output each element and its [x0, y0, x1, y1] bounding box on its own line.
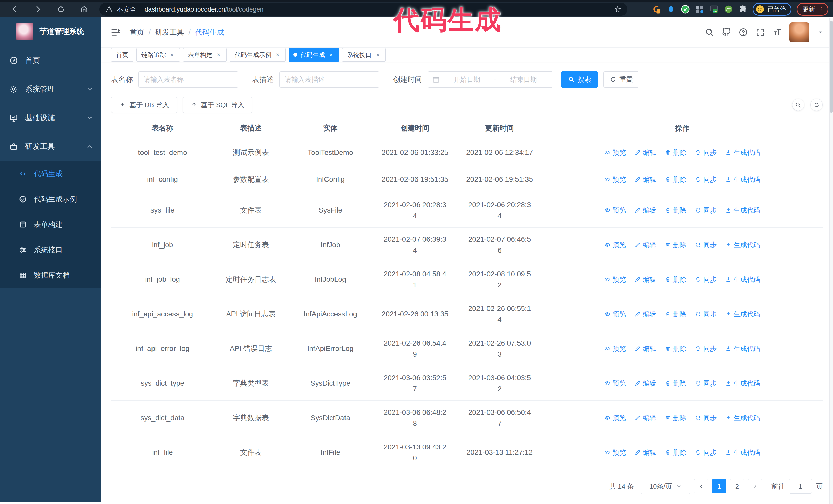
sidebar-subitem-codegen-example[interactable]: 代码生成示例 [0, 186, 101, 212]
goto-page-input[interactable] [789, 479, 812, 494]
reload-button[interactable] [51, 3, 71, 16]
delete-link[interactable]: 删除 [665, 275, 686, 284]
extension-icon-4[interactable] [695, 5, 704, 14]
sync-link[interactable]: 同步 [695, 448, 717, 457]
preview-link[interactable]: 预览 [604, 310, 626, 319]
page-size-select[interactable]: 10条/页 [641, 479, 690, 494]
sync-link[interactable]: 同步 [695, 310, 717, 319]
table-name-input[interactable] [138, 71, 238, 88]
date-range-picker[interactable]: 开始日期 - 结束日期 [428, 71, 553, 88]
sync-link[interactable]: 同步 [695, 148, 717, 157]
app-logo[interactable]: 芋道管理系统 [0, 17, 101, 46]
sync-link[interactable]: 同步 [695, 413, 717, 423]
chevron-down-icon[interactable] [817, 29, 824, 35]
edit-link[interactable]: 编辑 [635, 448, 656, 457]
reset-button[interactable]: 重置 [603, 71, 639, 88]
page-button-2[interactable]: 2 [730, 479, 744, 494]
preview-link[interactable]: 预览 [604, 413, 626, 423]
edit-link[interactable]: 编辑 [635, 206, 656, 215]
edit-link[interactable]: 编辑 [635, 310, 656, 319]
preview-link[interactable]: 预览 [604, 148, 626, 157]
extensions-puzzle-icon[interactable] [738, 5, 747, 14]
generate-code-link[interactable]: 生成代码 [725, 175, 760, 184]
generate-code-link[interactable]: 生成代码 [725, 275, 760, 284]
close-icon[interactable] [328, 51, 334, 58]
sync-link[interactable]: 同步 [695, 275, 717, 284]
close-icon[interactable] [216, 51, 222, 58]
delete-link[interactable]: 删除 [665, 344, 686, 353]
edit-link[interactable]: 编辑 [635, 240, 656, 249]
end-date-placeholder[interactable]: 结束日期 [499, 75, 548, 84]
preview-link[interactable]: 预览 [604, 175, 626, 184]
breadcrumb-item[interactable]: 首页 [130, 27, 144, 37]
extension-icon-1[interactable] [652, 5, 661, 14]
back-button[interactable] [5, 3, 25, 16]
generate-code-link[interactable]: 生成代码 [725, 448, 760, 457]
preview-link[interactable]: 预览 [604, 344, 626, 353]
edit-link[interactable]: 编辑 [635, 175, 656, 184]
profile-chip[interactable]: 已暂停 [753, 3, 791, 16]
sync-link[interactable]: 同步 [695, 344, 717, 353]
edit-link[interactable]: 编辑 [635, 148, 656, 157]
fullscreen-icon[interactable] [756, 28, 765, 37]
sidebar-item-infra[interactable]: 基础设施 [0, 103, 101, 132]
address-bar[interactable]: 不安全 dashboard.yudao.iocoder.cn/tool/code… [99, 3, 627, 16]
close-icon[interactable] [375, 51, 381, 58]
edit-link[interactable]: 编辑 [635, 344, 656, 353]
github-icon[interactable] [722, 28, 731, 37]
tab-trace[interactable]: 链路追踪 [136, 48, 180, 62]
delete-link[interactable]: 删除 [665, 379, 686, 388]
tab-codegen[interactable]: 代码生成 [289, 48, 339, 62]
sync-link[interactable]: 同步 [695, 206, 717, 215]
page-button-1[interactable]: 1 [712, 479, 727, 494]
delete-link[interactable]: 删除 [665, 148, 686, 157]
delete-link[interactable]: 删除 [665, 240, 686, 249]
search-icon[interactable] [705, 28, 714, 37]
home-button[interactable] [74, 3, 94, 16]
sync-link[interactable]: 同步 [695, 240, 717, 249]
sidebar-item-devtools[interactable]: 研发工具 [0, 132, 101, 161]
preview-link[interactable]: 预览 [604, 448, 626, 457]
font-size-icon[interactable] [772, 28, 782, 37]
close-icon[interactable] [169, 51, 175, 58]
generate-code-link[interactable]: 生成代码 [725, 240, 760, 249]
generate-code-link[interactable]: 生成代码 [725, 148, 760, 157]
url-text[interactable]: dashboard.yudao.iocoder.cn/tool/codegen [145, 6, 610, 13]
tab-system-api[interactable]: 系统接口 [342, 48, 386, 62]
import-db-button[interactable]: 基于 DB 导入 [111, 97, 177, 113]
generate-code-link[interactable]: 生成代码 [725, 379, 760, 388]
table-desc-input[interactable] [279, 71, 379, 88]
delete-link[interactable]: 删除 [665, 175, 686, 184]
edit-link[interactable]: 编辑 [635, 275, 656, 284]
avatar[interactable] [789, 22, 809, 42]
kebab-menu-icon[interactable] [818, 6, 824, 12]
extension-icon-5[interactable]: on [710, 5, 719, 14]
refresh-table-button[interactable] [810, 99, 823, 111]
sync-link[interactable]: 同步 [695, 379, 717, 388]
delete-link[interactable]: 删除 [665, 206, 686, 215]
toggle-search-button[interactable] [792, 99, 804, 111]
scrollbar-thumb[interactable] [830, 21, 833, 113]
preview-link[interactable]: 预览 [604, 240, 626, 249]
forward-button[interactable] [28, 3, 48, 16]
hamburger-button[interactable] [110, 27, 121, 38]
sync-link[interactable]: 同步 [695, 175, 717, 184]
generate-code-link[interactable]: 生成代码 [725, 413, 760, 423]
search-button[interactable]: 搜索 [561, 71, 598, 88]
tab-codegen-example[interactable]: 代码生成示例 [230, 48, 286, 62]
extension-icon-6[interactable] [724, 5, 733, 14]
breadcrumb-item[interactable]: 研发工具 [155, 27, 184, 37]
tab-home[interactable]: 首页 [111, 48, 133, 62]
close-icon[interactable] [275, 51, 281, 58]
generate-code-link[interactable]: 生成代码 [725, 310, 760, 319]
sidebar-subitem-system-api[interactable]: 系统接口 [0, 237, 101, 263]
delete-link[interactable]: 删除 [665, 413, 686, 423]
delete-link[interactable]: 删除 [665, 310, 686, 319]
start-date-placeholder[interactable]: 开始日期 [442, 75, 492, 84]
generate-code-link[interactable]: 生成代码 [725, 206, 760, 215]
extension-icon-2[interactable] [666, 5, 675, 14]
generate-code-link[interactable]: 生成代码 [725, 344, 760, 353]
preview-link[interactable]: 预览 [604, 275, 626, 284]
edit-link[interactable]: 编辑 [635, 379, 656, 388]
help-icon[interactable] [739, 28, 748, 37]
